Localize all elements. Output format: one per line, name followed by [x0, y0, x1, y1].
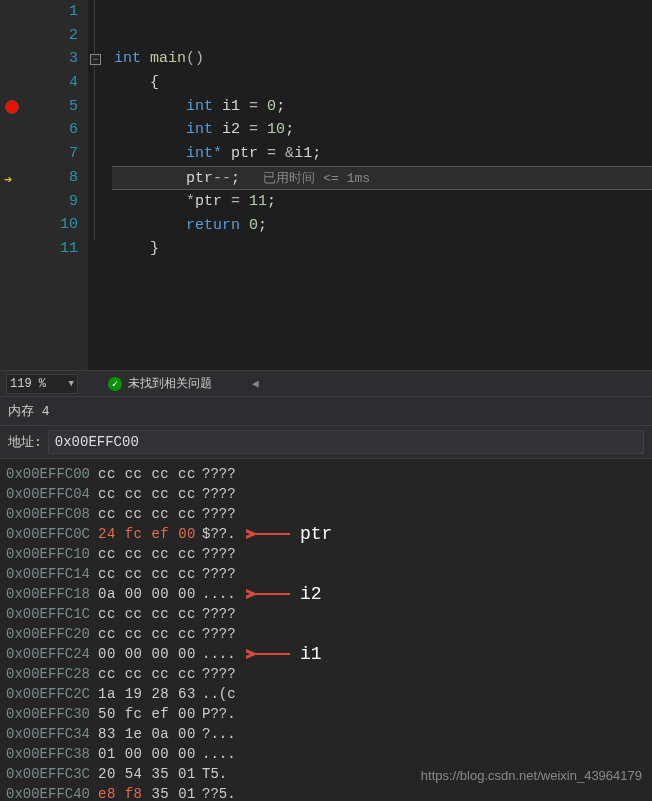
memory-row[interactable]: 0x00EFFC3483 1e 0a 00?...	[6, 724, 646, 744]
memory-address: 0x00EFFC0C	[6, 524, 98, 544]
memory-ascii: ....	[202, 744, 252, 764]
memory-row[interactable]: 0x00EFFC28cc cc cc cc????	[6, 664, 646, 684]
breakpoint-icon[interactable]	[5, 100, 19, 114]
code-line[interactable]: int i1 = 0;	[112, 95, 652, 119]
memory-dump[interactable]: 0x00EFFC00cc cc cc cc????0x00EFFC04cc cc…	[0, 459, 652, 801]
fold-toggle-icon[interactable]: −	[90, 54, 101, 65]
memory-ascii: ..(c	[202, 684, 252, 704]
memory-address: 0x00EFFC2C	[6, 684, 98, 704]
memory-row[interactable]: 0x00EFFC0C24 fc ef 00$??.ptr	[6, 524, 646, 544]
line-number: 5	[26, 95, 88, 119]
memory-bytes: cc cc cc cc	[98, 624, 202, 644]
memory-row[interactable]: 0x00EFFC2400 00 00 00....i1	[6, 644, 646, 664]
memory-address: 0x00EFFC10	[6, 544, 98, 564]
memory-ascii: ????	[202, 664, 252, 684]
memory-annotation: ptr	[246, 524, 332, 544]
memory-bytes: cc cc cc cc	[98, 464, 202, 484]
code-line[interactable]: ptr--; 已用时间 <= 1ms	[112, 166, 652, 190]
memory-row[interactable]: 0x00EFFC14cc cc cc cc????	[6, 564, 646, 584]
memory-bytes: cc cc cc cc	[98, 564, 202, 584]
code-line[interactable]: int main()	[112, 47, 652, 71]
memory-bytes: cc cc cc cc	[98, 544, 202, 564]
check-circle-icon: ✓	[108, 377, 122, 391]
memory-ascii: ?...	[202, 724, 252, 744]
memory-row[interactable]: 0x00EFFC1Ccc cc cc cc????	[6, 604, 646, 624]
memory-bytes: 50 fc ef 00	[98, 704, 202, 724]
code-line[interactable]: int i2 = 10;	[112, 118, 652, 142]
address-label: 地址:	[8, 433, 42, 451]
memory-annotation-label: i2	[300, 584, 322, 604]
status-bar: 119 % ▼ ✓ 未找到相关问题 ◀	[0, 370, 652, 396]
memory-row[interactable]: 0x00EFFC180a 00 00 00....i2	[6, 584, 646, 604]
fold-column[interactable]: −	[88, 0, 112, 370]
memory-bytes: e8 f8 35 01	[98, 784, 202, 801]
breakpoint-margin[interactable]: ➔	[0, 0, 26, 370]
memory-annotation-label: i1	[300, 644, 322, 664]
line-number: 1	[26, 0, 88, 24]
memory-address: 0x00EFFC24	[6, 644, 98, 664]
memory-bytes: cc cc cc cc	[98, 664, 202, 684]
memory-address: 0x00EFFC38	[6, 744, 98, 764]
issues-text: 未找到相关问题	[128, 375, 212, 392]
memory-bytes: 83 1e 0a 00	[98, 724, 202, 744]
memory-bytes: cc cc cc cc	[98, 484, 202, 504]
memory-row[interactable]: 0x00EFFC04cc cc cc cc????	[6, 484, 646, 504]
code-area[interactable]: int main() { int i1 = 0; int i2 = 10; in…	[112, 0, 652, 370]
memory-annotation: i2	[246, 584, 322, 604]
memory-ascii: ????	[202, 544, 252, 564]
code-line[interactable]: }	[112, 237, 652, 261]
memory-address: 0x00EFFC28	[6, 664, 98, 684]
memory-row[interactable]: 0x00EFFC08cc cc cc cc????	[6, 504, 646, 524]
memory-ascii: ????	[202, 564, 252, 584]
address-input[interactable]	[48, 430, 644, 454]
zoom-selector[interactable]: 119 % ▼	[6, 374, 78, 394]
memory-bytes: 1a 19 28 63	[98, 684, 202, 704]
current-line-arrow-icon: ➔	[4, 171, 26, 188]
memory-ascii: P??.	[202, 704, 252, 724]
memory-ascii: ....	[202, 584, 252, 604]
memory-row[interactable]: 0x00EFFC3801 00 00 00....	[6, 744, 646, 764]
memory-bytes: cc cc cc cc	[98, 504, 202, 524]
code-line[interactable]	[112, 0, 652, 24]
code-line[interactable]: int* ptr = &i1;	[112, 142, 652, 166]
memory-bytes: 00 00 00 00	[98, 644, 202, 664]
memory-row[interactable]: 0x00EFFC20cc cc cc cc????	[6, 624, 646, 644]
memory-ascii: T5.	[202, 764, 252, 784]
memory-panel-title: 内存 4	[0, 397, 652, 425]
memory-address: 0x00EFFC40	[6, 784, 98, 801]
memory-ascii: ????	[202, 624, 252, 644]
code-line[interactable]: *ptr = 11;	[112, 190, 652, 214]
memory-ascii: ????	[202, 504, 252, 524]
memory-ascii: ??5.	[202, 784, 252, 801]
memory-row[interactable]: 0x00EFFC10cc cc cc cc????	[6, 544, 646, 564]
memory-ascii: ????	[202, 484, 252, 504]
memory-bytes: 20 54 35 01	[98, 764, 202, 784]
memory-row[interactable]: 0x00EFFC00cc cc cc cc????	[6, 464, 646, 484]
memory-address: 0x00EFFC08	[6, 504, 98, 524]
memory-annotation-label: ptr	[300, 524, 332, 544]
memory-ascii: $??.	[202, 524, 252, 544]
code-line[interactable]	[112, 24, 652, 48]
prev-issue-icon[interactable]: ◀	[252, 377, 259, 390]
memory-bytes: cc cc cc cc	[98, 604, 202, 624]
memory-row[interactable]: 0x00EFFC40e8 f8 35 01??5.	[6, 784, 646, 801]
line-number: 10	[26, 213, 88, 237]
memory-bytes: 24 fc ef 00	[98, 524, 202, 544]
line-number: 8	[26, 166, 88, 190]
line-number: 3	[26, 47, 88, 71]
line-number: 2	[26, 24, 88, 48]
memory-row[interactable]: 0x00EFFC2C1a 19 28 63..(c	[6, 684, 646, 704]
code-line[interactable]: return 0;	[112, 214, 652, 238]
zoom-value: 119 %	[10, 377, 46, 391]
memory-bytes: 01 00 00 00	[98, 744, 202, 764]
memory-row[interactable]: 0x00EFFC3050 fc ef 00P??.	[6, 704, 646, 724]
line-number: 4	[26, 71, 88, 95]
code-line[interactable]: {	[112, 71, 652, 95]
memory-address: 0x00EFFC30	[6, 704, 98, 724]
memory-panel: 内存 4 地址: 0x00EFFC00cc cc cc cc????0x00EF…	[0, 396, 652, 801]
watermark: https://blog.csdn.net/weixin_43964179	[421, 768, 642, 783]
memory-address: 0x00EFFC18	[6, 584, 98, 604]
line-number: 11	[26, 237, 88, 261]
memory-address: 0x00EFFC20	[6, 624, 98, 644]
memory-ascii: ????	[202, 464, 252, 484]
